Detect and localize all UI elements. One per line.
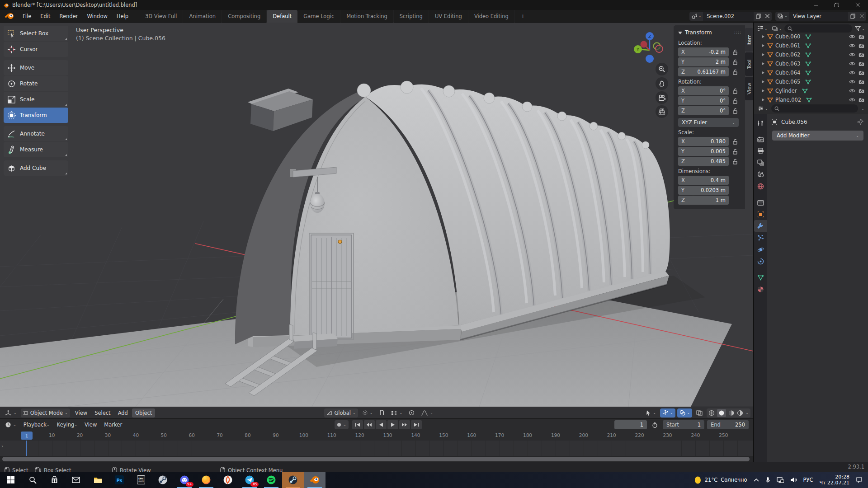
value-field[interactable]: Z0° [678,106,729,115]
viewport-menu-object[interactable]: Object [132,408,155,418]
tool-rotate[interactable]: Rotate [4,76,68,91]
weather-widget[interactable]: 21°C Солнечно [694,476,747,484]
perspective-toggle-button[interactable] [656,105,668,118]
view-layer-name-field[interactable]: View Layer [789,12,848,21]
jump-to-end-button[interactable] [411,420,422,429]
expand-icon[interactable] [761,62,765,66]
notification-icon[interactable] [856,477,863,483]
taskbar-mail[interactable] [65,472,87,488]
tool-measure[interactable]: Measure [4,142,68,157]
display-icon[interactable] [777,477,784,483]
value-field[interactable]: X0.4 m [678,176,729,185]
camera-visibility-icon[interactable] [859,89,864,94]
rotation-mode-dropdown[interactable]: XYZ Euler⌄ [678,118,739,127]
hide-eye-icon[interactable] [849,70,855,75]
taskbar-firefox[interactable] [195,472,217,488]
previous-keyframe-button[interactable] [364,420,375,429]
gizmo-x-axis[interactable] [656,45,663,52]
camera-visibility-icon[interactable] [859,61,864,66]
material-shading-icon[interactable] [728,410,735,416]
view-layer-browse-button[interactable]: ⌄ [775,12,789,21]
taskbar-discord[interactable]: 9+ [174,472,195,488]
panel-drag-handle[interactable]: :::: [734,30,741,35]
object-name[interactable]: Cube.062 [775,52,800,58]
selectability-dropdown[interactable]: ⌄ [643,408,658,418]
scene-browse-button[interactable]: ⌄ [689,12,703,21]
outliner-row[interactable]: Cube.065 [754,77,868,86]
timeline-scrollbar[interactable] [0,456,753,462]
outliner-row[interactable]: Plane.002 [754,95,868,103]
object-name[interactable]: Cube.064 [775,70,800,76]
3d-viewport[interactable]: User Perspective (1) Scene Collection | … [0,23,753,418]
taskbar-steam-active[interactable] [282,472,304,488]
taskbar-search[interactable] [22,472,43,488]
lock-icon[interactable] [732,49,738,55]
minimize-button[interactable] [806,0,826,10]
hide-eye-icon[interactable] [849,34,855,39]
viewport-menu-select[interactable]: Select [91,408,113,418]
workspace-tab-animation[interactable]: Animation [183,10,222,23]
properties-tab-tool[interactable] [754,117,767,129]
scene-name-field[interactable]: Scene.002 [703,12,754,21]
snap-toggle[interactable] [377,408,387,418]
workspace-tab-motion-tracking[interactable]: Motion Tracking [340,10,394,23]
current-frame-indicator[interactable]: 1 [21,432,33,440]
menu-help[interactable]: Help [112,13,133,19]
expand-icon[interactable] [761,89,765,93]
properties-tab-particles[interactable] [754,232,767,244]
camera-visibility-icon[interactable] [859,98,864,103]
expand-icon[interactable] [761,98,765,102]
tray-expand-icon[interactable] [754,478,759,482]
proportional-edit-toggle[interactable] [406,408,417,418]
tool-add-cube[interactable]: Add Cube [4,160,68,176]
taskbar-steam[interactable] [152,472,174,488]
pan-button[interactable] [656,77,668,90]
taskbar-explorer[interactable] [87,472,108,488]
xray-toggle[interactable] [694,408,705,418]
camera-visibility-icon[interactable] [859,52,864,57]
value-field[interactable]: Z0.485 [678,157,729,166]
taskbar-spotify[interactable] [260,472,282,488]
lock-icon[interactable] [732,149,738,155]
lock-icon[interactable] [732,108,738,114]
object-name[interactable]: Cube.061 [775,42,800,49]
properties-tab-material[interactable] [754,283,767,295]
properties-tab-collection[interactable] [754,197,767,208]
view-layer-remove-button[interactable] [857,12,866,21]
gizmo-x-neg-axis[interactable] [641,41,647,48]
timeline-editor-type-button[interactable]: ⌄ [3,420,19,429]
play-button[interactable] [387,420,398,429]
gizmos-toggle-dropdown[interactable]: ⌄ [660,408,675,418]
outliner-filter-collection-button[interactable]: ⌄ [770,24,783,33]
tool-select-box[interactable]: Select Box [4,26,68,41]
view-layer-copy-button[interactable] [848,12,857,21]
expand-icon[interactable] [761,44,765,47]
camera-visibility-icon[interactable] [859,34,864,39]
properties-tab-object[interactable] [754,208,767,220]
properties-tab-render[interactable] [754,133,767,145]
value-field[interactable]: X0° [678,86,729,95]
current-frame-field[interactable]: 1 [614,420,647,429]
taskbar-store[interactable] [43,472,65,488]
clock-widget[interactable]: 20:28 Чт 22.07.21 [820,474,849,486]
properties-search-field[interactable] [771,104,859,113]
play-reverse-button[interactable] [376,420,387,429]
lock-icon[interactable] [732,69,738,75]
add-modifier-dropdown[interactable]: Add Modifier⌄ [772,131,863,141]
taskbar-start[interactable] [0,472,22,488]
outliner-display-mode-button[interactable]: ⌄ [756,24,769,33]
microphone-icon[interactable] [765,477,770,483]
taskbar-blender[interactable] [304,472,326,488]
taskbar-epic[interactable]: EPICGAMES [130,472,152,488]
value-field[interactable]: Y0.005 [678,147,729,156]
properties-editor-type-button[interactable]: ⌄ [756,104,769,113]
properties-options-button[interactable]: ⌄ [860,104,866,113]
zoom-dot-gizmo[interactable] [646,55,654,63]
sidebar-tab-item[interactable]: Item [745,28,753,52]
next-keyframe-button[interactable] [399,420,410,429]
expand-icon[interactable] [761,71,765,75]
viewport-menu-view[interactable]: View [72,408,90,418]
lock-icon[interactable] [732,139,738,145]
lock-icon[interactable] [732,59,738,65]
properties-tab-output[interactable] [754,145,767,157]
